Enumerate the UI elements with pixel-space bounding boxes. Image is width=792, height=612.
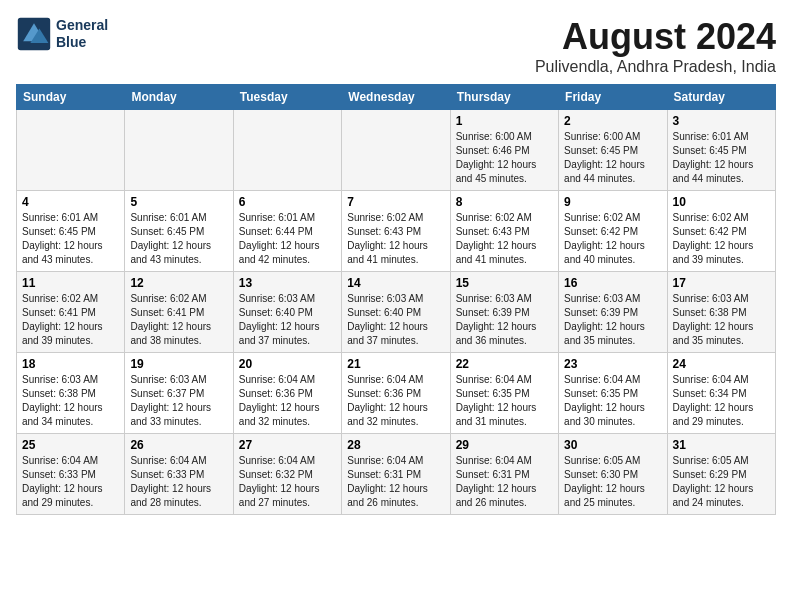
calendar-cell: 3Sunrise: 6:01 AM Sunset: 6:45 PM Daylig… [667,110,775,191]
day-info: Sunrise: 6:04 AM Sunset: 6:34 PM Dayligh… [673,373,770,429]
day-info: Sunrise: 6:05 AM Sunset: 6:30 PM Dayligh… [564,454,661,510]
day-number: 22 [456,357,553,371]
day-number: 21 [347,357,444,371]
day-info: Sunrise: 6:04 AM Sunset: 6:32 PM Dayligh… [239,454,336,510]
calendar-cell: 14Sunrise: 6:03 AM Sunset: 6:40 PM Dayli… [342,272,450,353]
day-info: Sunrise: 6:03 AM Sunset: 6:39 PM Dayligh… [456,292,553,348]
calendar-cell: 20Sunrise: 6:04 AM Sunset: 6:36 PM Dayli… [233,353,341,434]
calendar-cell: 25Sunrise: 6:04 AM Sunset: 6:33 PM Dayli… [17,434,125,515]
calendar-cell: 22Sunrise: 6:04 AM Sunset: 6:35 PM Dayli… [450,353,558,434]
calendar-cell [17,110,125,191]
logo-line2: Blue [56,34,108,51]
day-number: 11 [22,276,119,290]
calendar-cell: 16Sunrise: 6:03 AM Sunset: 6:39 PM Dayli… [559,272,667,353]
day-number: 15 [456,276,553,290]
header-thursday: Thursday [450,85,558,110]
day-info: Sunrise: 6:02 AM Sunset: 6:43 PM Dayligh… [456,211,553,267]
calendar-cell: 7Sunrise: 6:02 AM Sunset: 6:43 PM Daylig… [342,191,450,272]
day-info: Sunrise: 6:02 AM Sunset: 6:42 PM Dayligh… [673,211,770,267]
day-info: Sunrise: 6:01 AM Sunset: 6:45 PM Dayligh… [130,211,227,267]
calendar-week-2: 4Sunrise: 6:01 AM Sunset: 6:45 PM Daylig… [17,191,776,272]
calendar-cell: 31Sunrise: 6:05 AM Sunset: 6:29 PM Dayli… [667,434,775,515]
day-info: Sunrise: 6:03 AM Sunset: 6:37 PM Dayligh… [130,373,227,429]
day-number: 24 [673,357,770,371]
calendar-header-row: SundayMondayTuesdayWednesdayThursdayFrid… [17,85,776,110]
title-block: August 2024 Pulivendla, Andhra Pradesh, … [535,16,776,76]
calendar-subtitle: Pulivendla, Andhra Pradesh, India [535,58,776,76]
calendar-cell: 17Sunrise: 6:03 AM Sunset: 6:38 PM Dayli… [667,272,775,353]
day-info: Sunrise: 6:02 AM Sunset: 6:41 PM Dayligh… [130,292,227,348]
calendar-cell: 8Sunrise: 6:02 AM Sunset: 6:43 PM Daylig… [450,191,558,272]
day-number: 27 [239,438,336,452]
calendar-week-3: 11Sunrise: 6:02 AM Sunset: 6:41 PM Dayli… [17,272,776,353]
calendar-cell: 2Sunrise: 6:00 AM Sunset: 6:45 PM Daylig… [559,110,667,191]
day-number: 31 [673,438,770,452]
day-number: 20 [239,357,336,371]
calendar-cell: 11Sunrise: 6:02 AM Sunset: 6:41 PM Dayli… [17,272,125,353]
day-info: Sunrise: 6:02 AM Sunset: 6:41 PM Dayligh… [22,292,119,348]
calendar-cell: 10Sunrise: 6:02 AM Sunset: 6:42 PM Dayli… [667,191,775,272]
day-number: 8 [456,195,553,209]
calendar-week-4: 18Sunrise: 6:03 AM Sunset: 6:38 PM Dayli… [17,353,776,434]
day-number: 3 [673,114,770,128]
day-number: 25 [22,438,119,452]
day-info: Sunrise: 6:00 AM Sunset: 6:45 PM Dayligh… [564,130,661,186]
calendar-cell: 29Sunrise: 6:04 AM Sunset: 6:31 PM Dayli… [450,434,558,515]
day-number: 4 [22,195,119,209]
calendar-cell: 26Sunrise: 6:04 AM Sunset: 6:33 PM Dayli… [125,434,233,515]
header-wednesday: Wednesday [342,85,450,110]
day-info: Sunrise: 6:01 AM Sunset: 6:45 PM Dayligh… [673,130,770,186]
logo-text: General Blue [56,17,108,51]
day-number: 17 [673,276,770,290]
calendar-cell [125,110,233,191]
day-info: Sunrise: 6:04 AM Sunset: 6:35 PM Dayligh… [564,373,661,429]
calendar-cell: 5Sunrise: 6:01 AM Sunset: 6:45 PM Daylig… [125,191,233,272]
calendar-cell: 30Sunrise: 6:05 AM Sunset: 6:30 PM Dayli… [559,434,667,515]
header-friday: Friday [559,85,667,110]
calendar-cell [342,110,450,191]
day-number: 19 [130,357,227,371]
day-info: Sunrise: 6:04 AM Sunset: 6:35 PM Dayligh… [456,373,553,429]
day-info: Sunrise: 6:03 AM Sunset: 6:38 PM Dayligh… [22,373,119,429]
page-header: General Blue August 2024 Pulivendla, And… [16,16,776,76]
day-number: 30 [564,438,661,452]
day-number: 5 [130,195,227,209]
calendar-cell: 4Sunrise: 6:01 AM Sunset: 6:45 PM Daylig… [17,191,125,272]
day-info: Sunrise: 6:01 AM Sunset: 6:44 PM Dayligh… [239,211,336,267]
day-info: Sunrise: 6:04 AM Sunset: 6:36 PM Dayligh… [239,373,336,429]
header-sunday: Sunday [17,85,125,110]
day-info: Sunrise: 6:05 AM Sunset: 6:29 PM Dayligh… [673,454,770,510]
day-number: 6 [239,195,336,209]
day-number: 7 [347,195,444,209]
day-info: Sunrise: 6:03 AM Sunset: 6:39 PM Dayligh… [564,292,661,348]
day-number: 28 [347,438,444,452]
day-number: 29 [456,438,553,452]
calendar-table: SundayMondayTuesdayWednesdayThursdayFrid… [16,84,776,515]
logo-line1: General [56,17,108,34]
calendar-cell: 23Sunrise: 6:04 AM Sunset: 6:35 PM Dayli… [559,353,667,434]
day-info: Sunrise: 6:02 AM Sunset: 6:42 PM Dayligh… [564,211,661,267]
day-info: Sunrise: 6:04 AM Sunset: 6:33 PM Dayligh… [130,454,227,510]
calendar-week-5: 25Sunrise: 6:04 AM Sunset: 6:33 PM Dayli… [17,434,776,515]
day-number: 23 [564,357,661,371]
calendar-week-1: 1Sunrise: 6:00 AM Sunset: 6:46 PM Daylig… [17,110,776,191]
day-number: 10 [673,195,770,209]
header-saturday: Saturday [667,85,775,110]
day-number: 12 [130,276,227,290]
calendar-cell: 24Sunrise: 6:04 AM Sunset: 6:34 PM Dayli… [667,353,775,434]
calendar-cell: 27Sunrise: 6:04 AM Sunset: 6:32 PM Dayli… [233,434,341,515]
day-info: Sunrise: 6:04 AM Sunset: 6:33 PM Dayligh… [22,454,119,510]
logo: General Blue [16,16,108,52]
calendar-title: August 2024 [535,16,776,58]
calendar-cell: 9Sunrise: 6:02 AM Sunset: 6:42 PM Daylig… [559,191,667,272]
day-info: Sunrise: 6:04 AM Sunset: 6:36 PM Dayligh… [347,373,444,429]
day-info: Sunrise: 6:04 AM Sunset: 6:31 PM Dayligh… [456,454,553,510]
day-number: 13 [239,276,336,290]
calendar-cell: 15Sunrise: 6:03 AM Sunset: 6:39 PM Dayli… [450,272,558,353]
day-info: Sunrise: 6:03 AM Sunset: 6:38 PM Dayligh… [673,292,770,348]
day-number: 18 [22,357,119,371]
calendar-cell: 1Sunrise: 6:00 AM Sunset: 6:46 PM Daylig… [450,110,558,191]
calendar-cell: 12Sunrise: 6:02 AM Sunset: 6:41 PM Dayli… [125,272,233,353]
header-tuesday: Tuesday [233,85,341,110]
day-number: 2 [564,114,661,128]
